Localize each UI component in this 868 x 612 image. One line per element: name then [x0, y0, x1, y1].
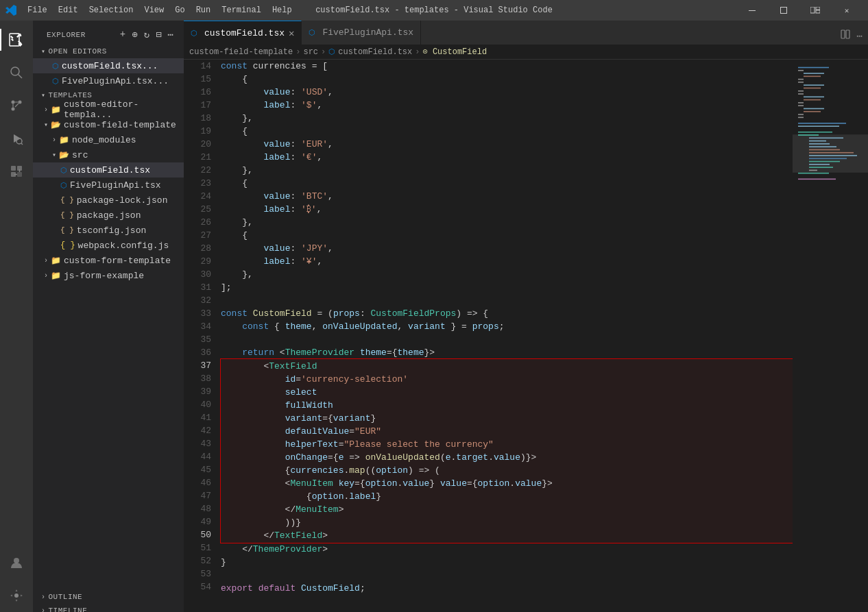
open-editor-pluginapi-name: FivePluginApi.tsx...: [62, 76, 169, 86]
menu-run[interactable]: Run: [191, 3, 217, 18]
open-editors-section: ▾ OPEN EDITORS ✕ ⬡ customField.tsx... ⬡ …: [33, 45, 184, 88]
file-name: FivePluginApi.tsx: [70, 180, 161, 191]
menu-go[interactable]: Go: [169, 3, 190, 18]
code-line: fullWidth: [221, 399, 793, 412]
open-editor-pluginapi[interactable]: ⬡ FivePluginApi.tsx...: [33, 73, 184, 88]
svg-rect-55: [809, 158, 847, 160]
line-num: 15: [184, 73, 211, 86]
line-num: 28: [184, 242, 211, 255]
file-name: tsconfig.json: [77, 225, 146, 236]
breadcrumb-file[interactable]: customField.tsx: [338, 47, 412, 57]
line-num: 51: [184, 541, 211, 554]
folder-custom-editor-template[interactable]: › 📁 custom-editor-templa...: [33, 102, 184, 117]
tab-close-customfield[interactable]: ✕: [289, 27, 294, 39]
explorer-title: EXPLORER: [47, 31, 86, 39]
svg-rect-35: [804, 97, 824, 98]
line-num: 23: [184, 177, 211, 190]
menu-file[interactable]: File: [22, 3, 53, 18]
line-num: 36: [184, 346, 211, 359]
activity-extensions[interactable]: [0, 155, 33, 188]
file-package-lock[interactable]: { } package-lock.json: [33, 193, 184, 208]
activity-explorer[interactable]: [0, 23, 33, 56]
folder-src[interactable]: ▾ 📂 src: [33, 147, 184, 162]
minimap: [793, 60, 868, 612]
layout-button[interactable]: [799, 0, 831, 21]
activity-account[interactable]: [0, 546, 33, 579]
code-line: [221, 569, 793, 582]
activity-run[interactable]: [0, 122, 33, 155]
tab-pluginapi[interactable]: ⬡ FivePluginApi.tsx: [302, 21, 421, 45]
breadcrumb-folder[interactable]: custom-field-template: [189, 47, 293, 57]
code-line: value: 'BTC',: [221, 190, 793, 203]
line-num: 21: [184, 151, 211, 164]
open-editor-name: customField.tsx...: [62, 61, 158, 71]
breadcrumb-src[interactable]: src: [303, 47, 318, 57]
breadcrumb-symbol[interactable]: ⊙ CustomField: [422, 47, 487, 57]
line-numbers: 14 15 16 17 18 19 20 21 22 23 24 25 26 2…: [184, 60, 218, 612]
activity-git[interactable]: [0, 89, 33, 122]
minimize-button[interactable]: [736, 0, 768, 21]
code-scroll[interactable]: 14 15 16 17 18 19 20 21 22 23 24 25 26 2…: [184, 60, 793, 612]
maximize-button[interactable]: [768, 0, 799, 21]
breadcrumb-sep: ›: [296, 47, 300, 57]
svg-rect-61: [798, 179, 836, 180]
line-num: 42: [184, 424, 211, 437]
open-editors-toggle[interactable]: ▾ OPEN EDITORS: [33, 45, 184, 58]
sidebar: EXPLORER + ⊕ ↻ ⊟ ⋯ ▾ OPEN EDITORS ✕ ⬡: [33, 21, 184, 612]
close-button[interactable]: ✕: [831, 0, 863, 21]
main-area: EXPLORER + ⊕ ↻ ⊟ ⋯ ▾ OPEN EDITORS ✕ ⬡: [0, 21, 868, 612]
code-line: ))}: [221, 516, 793, 529]
menu-selection[interactable]: Selection: [84, 3, 139, 18]
svg-rect-42: [798, 117, 804, 119]
tsx-file-icon: ⬡: [60, 166, 67, 175]
folder-custom-form-template[interactable]: › 📁 custom-form-template: [33, 253, 184, 268]
line-num: 19: [184, 125, 211, 138]
open-editor-customfield[interactable]: ✕ ⬡ customField.tsx...: [33, 58, 184, 73]
file-pluginapi[interactable]: ⬡ FivePluginApi.tsx: [33, 178, 184, 193]
tsx-file-icon: ⬡: [52, 77, 59, 86]
svg-rect-54: [809, 155, 857, 156]
tsx-file-icon: ⬡: [52, 62, 59, 71]
svg-rect-53: [809, 152, 854, 154]
svg-rect-26: [798, 70, 804, 71]
split-editor-icon[interactable]: [838, 27, 853, 45]
line-num: 27: [184, 229, 211, 242]
outline-toggle[interactable]: › OUTLINE: [33, 590, 184, 604]
folder-node-modules[interactable]: › 📁 node_modules: [33, 132, 184, 147]
activity-settings[interactable]: [0, 579, 33, 612]
line-num: 44: [184, 450, 211, 463]
activity-search[interactable]: [0, 56, 33, 89]
menu-terminal[interactable]: Terminal: [216, 3, 267, 18]
file-webpack[interactable]: { } webpack.config.js: [33, 238, 184, 253]
menu-view[interactable]: View: [138, 3, 169, 18]
code-line: {: [221, 177, 793, 190]
file-customfield[interactable]: ⬡ customField.tsx: [33, 162, 184, 178]
new-file-icon[interactable]: +: [119, 27, 128, 42]
app: EXPLORER + ⊕ ↻ ⊟ ⋯ ▾ OPEN EDITORS ✕ ⬡: [0, 21, 868, 612]
timeline-toggle[interactable]: › TIMELINE: [33, 604, 184, 612]
menu-help[interactable]: Help: [267, 3, 298, 18]
more-actions-icon[interactable]: ⋯: [854, 27, 865, 45]
collapse-icon[interactable]: ⊟: [154, 27, 163, 42]
code-content[interactable]: const currencies = [ { value: 'USD', lab…: [218, 60, 793, 612]
line-num: 14: [184, 60, 211, 73]
more-actions-icon[interactable]: ⋯: [167, 27, 176, 42]
menu-edit[interactable]: Edit: [53, 3, 84, 18]
line-num: 30: [184, 268, 211, 281]
js-file-icon: { }: [60, 241, 75, 250]
chevron-down-icon: ▾: [41, 47, 46, 56]
line-num: 53: [184, 567, 211, 580]
folder-custom-field-template[interactable]: ▾ 📂 custom-field-template: [33, 117, 184, 132]
editor-actions: ⋯: [838, 27, 868, 45]
file-tsconfig[interactable]: { } tsconfig.json: [33, 223, 184, 238]
folder-js-form-example[interactable]: › 📁 js-form-example: [33, 268, 184, 283]
refresh-icon[interactable]: ↻: [143, 27, 152, 42]
file-package-json[interactable]: { } package.json: [33, 208, 184, 223]
svg-rect-32: [804, 88, 821, 89]
code-line: value: 'EUR',: [221, 138, 793, 151]
new-folder-icon[interactable]: ⊕: [130, 27, 139, 42]
code-line: },: [221, 164, 793, 177]
folder-icon: 📁: [59, 135, 69, 145]
tab-customfield[interactable]: ⬡ customField.tsx ✕: [184, 21, 302, 45]
file-name: package-lock.json: [77, 195, 168, 206]
